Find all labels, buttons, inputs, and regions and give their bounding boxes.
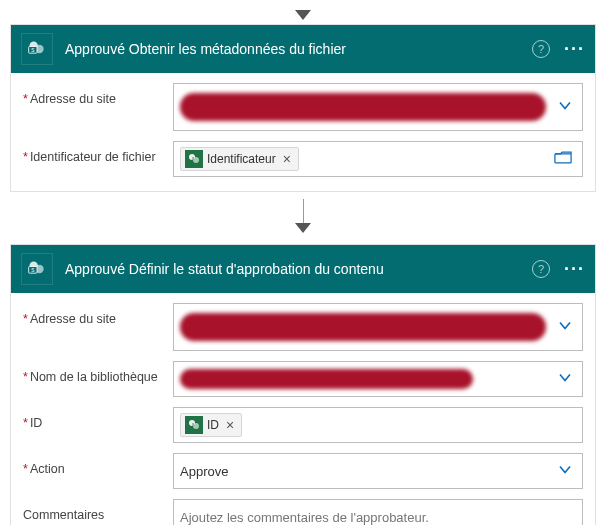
token-label: ID [207,418,219,432]
field-row-site-address: *Adresse du site [23,83,583,131]
chevron-down-icon[interactable] [558,99,572,116]
token-identificateur[interactable]: s Identificateur × [180,147,299,171]
redacted-value [180,313,546,341]
card-title: Approuvé Définir le statut d'approbation… [65,261,532,277]
svg-marker-9 [295,223,311,233]
token-label: Identificateur [207,152,276,166]
field-row-file-identifier: *Identificateur de fichier s Identificat… [23,141,583,177]
sharepoint-token-icon: s [185,150,203,168]
folder-picker-icon[interactable] [554,151,572,168]
comments-input[interactable]: Ajoutez les commentaires de l'approbateu… [173,499,583,525]
chevron-down-icon[interactable] [558,371,572,388]
sharepoint-token-icon: s [185,416,203,434]
field-label: *Adresse du site [23,83,173,106]
field-row-comments: Commentaires Ajoutez les commentaires de… [23,499,583,525]
token-remove-icon[interactable]: × [223,418,237,432]
field-row-library-name: *Nom de la bibliothèque [23,361,583,397]
id-input[interactable]: s ID × [173,407,583,443]
action-card-get-file-metadata: S Approuvé Obtenir les métadonnées du fi… [10,24,596,192]
connector-arrow [10,192,596,244]
field-label: *ID [23,407,173,430]
site-address-input[interactable] [173,303,583,351]
field-row-id: *ID s ID × [23,407,583,443]
sharepoint-icon: S [21,253,53,285]
sharepoint-icon: S [21,33,53,65]
token-remove-icon[interactable]: × [280,152,294,166]
field-row-site-address: *Adresse du site [23,303,583,351]
field-label: *Adresse du site [23,303,173,326]
help-icon[interactable]: ? [532,260,550,278]
more-actions-icon[interactable]: ··· [564,39,585,60]
chevron-down-icon[interactable] [558,319,572,336]
card-body: *Adresse du site *Identificateur de fich… [11,73,595,191]
svg-rect-8 [555,154,571,163]
more-actions-icon[interactable]: ··· [564,259,585,280]
action-select[interactable]: Approve [173,453,583,489]
field-label: *Action [23,453,173,476]
action-card-set-approval-status: S Approuvé Définir le statut d'approbati… [10,244,596,525]
field-label: *Nom de la bibliothèque [23,361,173,384]
help-icon[interactable]: ? [532,40,550,58]
incoming-arrow-head [10,10,596,22]
file-identifier-input[interactable]: s Identificateur × [173,141,583,177]
chevron-down-icon[interactable] [558,463,572,480]
svg-marker-0 [295,10,311,20]
site-address-input[interactable] [173,83,583,131]
card-header[interactable]: S Approuvé Définir le statut d'approbati… [11,245,595,293]
action-value: Approve [180,464,228,479]
redacted-value [180,93,546,121]
redacted-value [180,369,473,389]
token-id[interactable]: s ID × [180,413,242,437]
library-name-input[interactable] [173,361,583,397]
card-title: Approuvé Obtenir les métadonnées du fich… [65,41,532,57]
field-row-action: *Action Approve [23,453,583,489]
field-label: *Identificateur de fichier [23,141,173,164]
comments-placeholder: Ajoutez les commentaires de l'approbateu… [180,510,429,525]
card-header[interactable]: S Approuvé Obtenir les métadonnées du fi… [11,25,595,73]
field-label: Commentaires [23,499,173,522]
card-body: *Adresse du site *Nom de la bibliothèque… [11,293,595,525]
